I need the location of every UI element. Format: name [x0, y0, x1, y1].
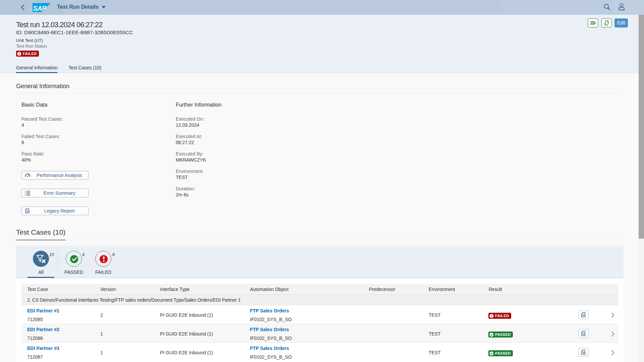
svg-text:SAP: SAP	[33, 5, 47, 12]
